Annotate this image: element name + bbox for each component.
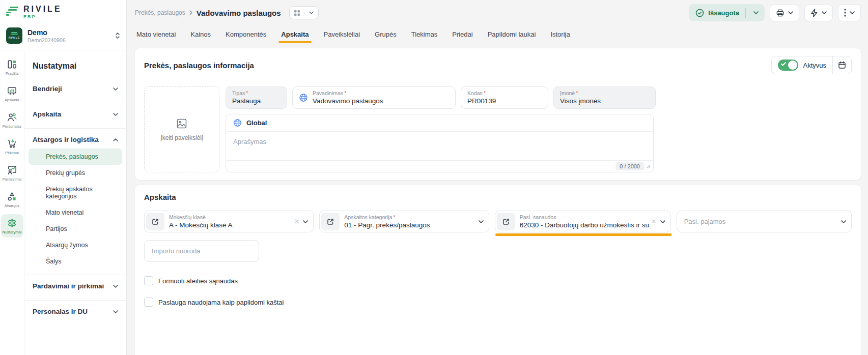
description-box: Global Aprašymas 0 / 2000 (226, 114, 654, 172)
header-actions: Išsaugota (689, 4, 861, 21)
language-tab-label: Global (246, 119, 267, 127)
more-button[interactable] (838, 4, 861, 21)
tab-mato-vienetai[interactable]: Mato vienetai (136, 27, 176, 43)
tab-komponentes[interactable]: Komponentės (225, 27, 267, 43)
tipas-field[interactable]: Tipas* Paslauga (226, 86, 287, 109)
cart-icon (7, 138, 17, 149)
sidebar-item-atsargu-zymos[interactable]: Atsargų žymos (29, 237, 122, 253)
description-textarea[interactable]: Aprašymas (226, 132, 653, 160)
paslauga-papildomi-kastai-row: Paslauga naudojama kaip papildomi kaštai (144, 298, 852, 307)
paslauga-papildomi-kastai-checkbox[interactable] (144, 298, 153, 307)
menu-heading: Nustatymai (24, 57, 126, 78)
importo-nuoroda-input[interactable] (144, 240, 259, 262)
chevron-down-icon[interactable] (750, 11, 762, 14)
chart-board-icon (7, 85, 17, 96)
record-picker-value: - (303, 9, 305, 16)
formuoti-ateities-sanaudas-row: Formuoti ateities sąnaudas (144, 276, 852, 285)
pasl-pajamos-placeholder: Pasl. pajamos (684, 218, 841, 225)
dashboard-icon (7, 59, 17, 70)
workspace-selector[interactable]: RIVILE Demo Demo20240906 (0, 22, 126, 50)
check-circle-icon (695, 9, 704, 17)
pasl-sanaudos-dropdown[interactable]: Pasl. sąnaudos 62030 - Darbuotojų darbo … (495, 211, 671, 232)
tab-apskaita[interactable]: Apskaita (281, 27, 309, 43)
breadcrumb: Prekės, paslaugos Vadovavimo paslaugos - (135, 6, 319, 19)
rail-item-pardavimai[interactable]: Pardavimai (1, 161, 23, 185)
chevron-down-icon (113, 310, 118, 313)
rail-item-personalas[interactable]: Personalas (1, 108, 23, 132)
chevron-down-icon (822, 11, 827, 14)
workspace-logo: RIVILE (6, 27, 22, 44)
sidebar-item-prekiu-grupes[interactable]: Prekių grupės (29, 165, 122, 181)
saved-button[interactable]: Išsaugota (689, 4, 765, 21)
tipas-value: Paslauga (232, 97, 281, 105)
tab-grupes[interactable]: Grupės (374, 27, 397, 43)
sidebar-item-prekes-paslaugos[interactable]: Prekės, paslaugos (29, 149, 122, 165)
globe-icon (299, 93, 308, 102)
print-button[interactable] (770, 4, 799, 21)
rail-item-pirkimai[interactable]: Pirkimai (1, 135, 23, 158)
active-toggle[interactable]: Aktyvus (772, 60, 832, 71)
kebab-icon (844, 9, 846, 17)
rivile-logo-icon (5, 5, 19, 18)
breadcrumb-parent[interactable]: Prekės, paslaugos (135, 9, 185, 16)
globe-icon (233, 119, 242, 127)
menu-section-personalas-ir-du[interactable]: Personalas ir DU (24, 303, 126, 320)
shapes-icon (7, 191, 17, 202)
tab-paveiksleliai[interactable]: Paveikslėliai (323, 27, 361, 43)
chevron-down-icon (113, 87, 118, 91)
resize-handle-icon[interactable] (647, 164, 651, 168)
imone-field[interactable]: Įmonė* Visos įmonės (553, 86, 656, 109)
rail-item-pradzia[interactable]: Pradžia (1, 55, 23, 79)
tab-priedai[interactable]: Priedai (452, 27, 473, 43)
upload-label: Įkelti paveikslėlį (160, 134, 203, 141)
menu-section-pardavimai-ir-pirkimai[interactable]: Pardavimai ir pirkimai (24, 277, 126, 295)
formuoti-ateities-sanaudas-checkbox[interactable] (144, 276, 153, 285)
menu-section-atsargos-ir-logistika[interactable]: Atsargos ir logistika (24, 131, 126, 149)
clear-icon[interactable]: ✕ (294, 218, 299, 225)
highlight-underline (495, 233, 671, 236)
pasl-pajamos-dropdown[interactable]: Pasl. pajamos (677, 211, 852, 232)
automation-button[interactable] (804, 4, 833, 21)
open-external-button[interactable] (146, 213, 164, 230)
menu-section-apskaita[interactable]: Apskaita (24, 105, 126, 123)
sidebar-item-partijos[interactable]: Partijos (29, 221, 122, 237)
sidebar-item-salys[interactable]: Šalys (29, 253, 122, 270)
open-external-button[interactable] (321, 213, 340, 230)
printer-icon (776, 9, 785, 17)
record-picker[interactable]: - (289, 6, 319, 19)
toggle-switch-on[interactable] (778, 60, 798, 71)
icon-rail: Pradžia Apskaita Personalas Pirkimai Par… (0, 50, 24, 355)
left-panel: RIVILE ERP RIVILE Demo Demo20240906 Prad… (0, 0, 127, 355)
kodas-field[interactable]: Kodas* PR00139 (461, 86, 548, 109)
rail-item-nustatymai[interactable]: Nustatymai (1, 214, 23, 238)
settings-menu: Nustatymai Bendrieji Apskaita Atsargos i… (24, 50, 126, 355)
chevron-down-icon (113, 285, 118, 288)
divider (745, 8, 746, 18)
external-link-icon (327, 218, 334, 225)
external-link-icon (502, 218, 510, 225)
language-tab-global[interactable]: Global (226, 114, 653, 132)
tab-papildomi-laukai[interactable]: Papildomi laukai (487, 27, 537, 43)
topbar: Prekės, paslaugos Vadovavimo paslaugos -… (127, 0, 868, 24)
active-toggle-label: Aktyvus (803, 62, 826, 69)
workspace-code: Demo20240906 (27, 37, 110, 43)
mokesciu-klase-dropdown[interactable]: Mokesčių klasė A - Mokesčių klasė A ✕ (144, 211, 314, 232)
image-upload-dropzone[interactable]: Įkelti paveikslėlį (144, 86, 219, 172)
page-title: Vadovavimo paslaugos (197, 9, 281, 17)
sales-chart-icon (7, 165, 17, 175)
rail-item-atsargos[interactable]: Atsargos (1, 188, 23, 211)
clear-icon[interactable]: ✕ (651, 218, 657, 225)
tab-istorija[interactable]: Istorija (550, 27, 570, 43)
pavadinimas-field[interactable]: Pavadinimas* Vadovavimo paslaugos (292, 86, 456, 109)
sidebar-item-prekiu-apskaitos-kategorijos[interactable]: Prekių apskaitos kategorijos (29, 181, 122, 204)
tab-kainos[interactable]: Kainos (190, 27, 211, 43)
rail-item-apskaita[interactable]: Apskaita (1, 82, 23, 105)
apskaitos-kategorija-dropdown[interactable]: Apskaitos kategorija* 01 - Pagr. prekės/… (319, 211, 489, 232)
lightning-icon (810, 9, 818, 17)
workspace-name: Demo (27, 28, 110, 37)
tab-tiekimas[interactable]: Tiekimas (411, 27, 438, 43)
open-external-button[interactable] (497, 213, 515, 230)
calendar-button[interactable] (832, 56, 851, 74)
menu-section-bendrieji[interactable]: Bendrieji (24, 80, 126, 98)
sidebar-item-mato-vienetai[interactable]: Mato vienetai (29, 204, 122, 221)
